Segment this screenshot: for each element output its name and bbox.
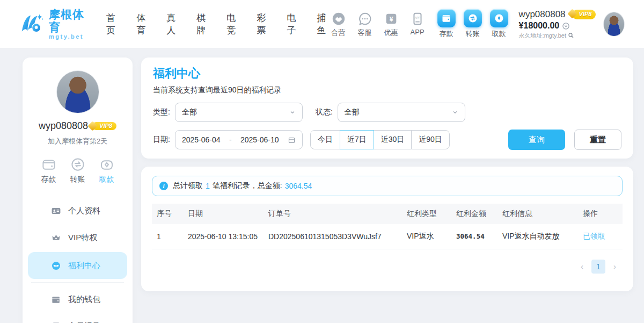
vip-badge: VIP8	[92, 122, 116, 130]
col-index: 序号	[152, 204, 183, 224]
username: wyp080808	[519, 9, 566, 20]
vip-badge: VIP8	[572, 10, 596, 19]
brand-domain: mgty.bet	[49, 33, 85, 40]
date-range-input[interactable]: 2025-06-04 - 2025-06-10	[175, 130, 303, 149]
date-end: 2025-06-10	[240, 135, 279, 144]
deposit-button[interactable]: 存款	[41, 156, 57, 184]
user-info: wyp080808 VIP8 ¥18000.00 永久地址:mgty.bet	[519, 9, 596, 39]
col-bonus-info: 红利信息	[497, 204, 578, 224]
deposit-wallet-icon	[41, 156, 57, 173]
promotions-link[interactable]: ¥ 优惠	[383, 11, 399, 38]
info-icon: i	[159, 182, 168, 190]
col-action: 操作	[578, 204, 623, 224]
claimed-status-link[interactable]: 已领取	[583, 232, 605, 240]
status-select[interactable]: 全部	[338, 103, 465, 122]
next-page-button[interactable]: ›	[613, 262, 616, 271]
sidebar-wallet-actions: 存款 转账 取款	[41, 156, 115, 184]
cell-order-no: DD202506101315053D3VWuJsf7	[264, 224, 402, 249]
col-bonus-amount: 红利金额	[451, 204, 497, 224]
sidebar-item-welfare-center[interactable]: 福利中心	[28, 252, 127, 279]
avatar[interactable]	[56, 70, 99, 113]
partnership-handshake-icon	[331, 11, 347, 27]
search-button[interactable]: 查询	[508, 130, 565, 150]
type-select[interactable]: 全部	[175, 103, 303, 122]
transfer-button[interactable]: 转账	[70, 156, 86, 184]
page-1-button[interactable]: 1	[591, 260, 605, 274]
withdraw-icon	[99, 156, 115, 173]
nav-item-esports[interactable]: 电竞	[226, 12, 240, 37]
app-phone-icon: APP	[409, 11, 426, 27]
welfare-filter-card: 福利中心 当前系统支持查询最近90日的福利记录 类型: 全部 状态: 全部 日期…	[141, 58, 633, 159]
transfer-button[interactable]: 转账	[464, 9, 482, 39]
wallet-icon	[51, 295, 61, 305]
type-label: 类型:	[153, 107, 170, 117]
svg-text:¥: ¥	[389, 15, 393, 23]
date-label: 日期:	[153, 135, 170, 145]
nav-item-fishing[interactable]: 捕鱼	[317, 12, 331, 37]
table-header-row: 序号 日期 订单号 红利类型 红利金额 红利信息 操作	[152, 204, 623, 224]
date-start: 2025-06-04	[182, 135, 221, 144]
top-navbar: 摩根体育 mgty.bet 首页 体育 真人 棋牌 电竞 彩票 电子 捕鱼 合营…	[0, 0, 644, 48]
vip-gem-icon	[87, 121, 97, 131]
partnership-link[interactable]: 合营	[331, 11, 347, 38]
permanent-address: 永久地址:mgty.bet	[519, 32, 566, 39]
pagination: ‹ 1 ›	[152, 260, 623, 274]
range-today-button[interactable]: 今日	[310, 130, 340, 149]
id-card-icon	[51, 206, 61, 216]
deposit-button[interactable]: 存款	[437, 9, 456, 39]
brand-logo[interactable]: 摩根体育 mgty.bet	[19, 8, 85, 39]
cell-bonus-type: VIP返水	[402, 224, 451, 249]
cell-bonus-amount: 3064.54	[451, 224, 497, 249]
records-icon	[51, 321, 61, 323]
sidebar-item-wallet[interactable]: 我的钱包	[23, 286, 133, 313]
page-subtitle: 当前系统支持查询最近90日的福利记录	[153, 85, 621, 95]
nav-item-slots[interactable]: 电子	[287, 12, 300, 37]
summary-alert: i 总计领取 1 笔福利记录，总金额: 3064.54	[152, 176, 623, 196]
summary-prefix: 总计领取	[173, 181, 203, 191]
range-30days-button[interactable]: 近30日	[374, 130, 412, 149]
menu-divider	[31, 282, 124, 283]
customer-service-chat-icon	[357, 11, 373, 27]
brand-name: 摩根体育	[49, 8, 85, 33]
promo-yuan-icon: ¥	[383, 11, 399, 27]
sidebar-item-vip[interactable]: VIP特权	[23, 224, 133, 251]
calendar-icon	[288, 136, 296, 144]
app-download-link[interactable]: APP APP	[409, 11, 426, 38]
cell-index: 1	[152, 224, 183, 249]
nav-item-live[interactable]: 真人	[166, 12, 180, 37]
vip-gem-icon	[567, 9, 577, 19]
cell-date: 2025-06-10 13:15:05	[183, 224, 264, 249]
welfare-records-table: 序号 日期 订单号 红利类型 红利金额 红利信息 操作 1 2025-06-10…	[152, 204, 623, 249]
range-90days-button[interactable]: 近90日	[411, 130, 450, 149]
quick-links: 合营 客服 ¥ 优惠 APP APP	[331, 11, 426, 38]
nav-item-lottery[interactable]: 彩票	[257, 12, 270, 37]
prev-page-button[interactable]: ‹	[581, 262, 583, 271]
status-label: 状态:	[316, 107, 333, 117]
wallet-actions: 存款 转账 取款	[437, 9, 508, 39]
reset-button[interactable]: 重置	[574, 130, 621, 150]
brand-logo-icon	[19, 12, 44, 37]
withdraw-icon	[490, 9, 508, 27]
welfare-badge-icon	[51, 261, 61, 271]
filter-row-selects: 类型: 全部 状态: 全部	[153, 103, 621, 122]
nav-item-home[interactable]: 首页	[106, 12, 120, 37]
withdraw-button[interactable]: 取款	[99, 156, 115, 184]
col-date: 日期	[183, 204, 264, 224]
sidebar-item-transactions[interactable]: 交易记录	[23, 313, 133, 323]
balance-refresh-icon[interactable]	[562, 22, 570, 30]
chevron-down-icon	[289, 109, 296, 116]
range-7days-button[interactable]: 近7日	[340, 130, 374, 149]
sidebar-item-profile[interactable]: 个人资料	[23, 197, 133, 224]
customer-service-link[interactable]: 客服	[357, 11, 373, 38]
page-title: 福利中心	[153, 66, 621, 82]
chevron-down-icon	[452, 109, 458, 116]
date-quick-ranges: 今日 近7日 近30日 近90日	[310, 130, 450, 149]
nav-item-sports[interactable]: 体育	[136, 12, 150, 37]
avatar[interactable]	[603, 12, 625, 37]
transfer-arrows-icon	[70, 156, 86, 173]
nav-item-boardgames[interactable]: 棋牌	[196, 12, 210, 37]
magnifier-icon[interactable]	[568, 32, 574, 39]
withdraw-button[interactable]: 取款	[490, 9, 508, 39]
table-row: 1 2025-06-10 13:15:05 DD202506101315053D…	[152, 224, 623, 249]
date-separator: -	[229, 135, 232, 144]
